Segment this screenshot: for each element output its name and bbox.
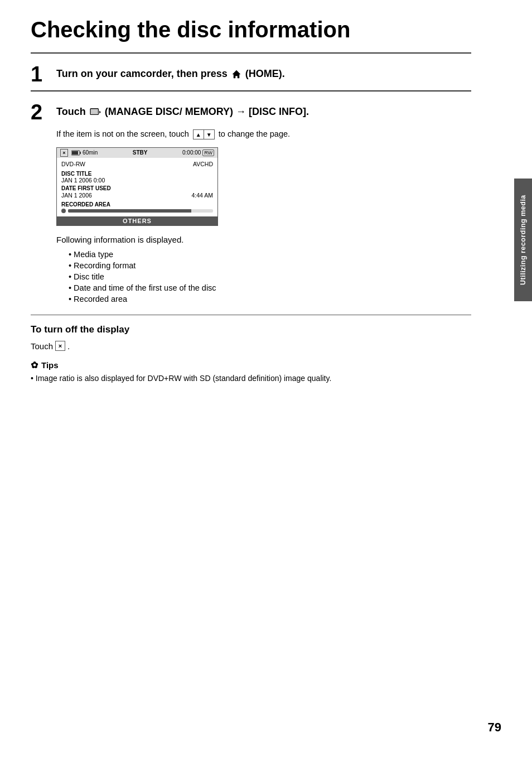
title-divider	[31, 52, 471, 54]
section-divider	[31, 315, 471, 315]
list-item: Disc title	[69, 272, 471, 281]
main-content: Checking the disc information 1 Turn on …	[0, 0, 502, 411]
bar-track	[68, 209, 213, 213]
bar-fill	[68, 209, 191, 213]
list-item: Recorded area	[69, 295, 471, 303]
step1-divider	[31, 90, 471, 91]
disc-screen-header: × 60min STBY 0:00:00 RW	[57, 148, 217, 158]
list-item: Date and time of the first use of the di…	[69, 283, 471, 292]
bar-dot	[61, 209, 66, 213]
tips-bullet-list: Image ratio is also displayed for DVD+RW…	[31, 374, 471, 383]
step-2: 2 Touch (MANAGE DISC/ MEMORY) → [DISC IN…	[31, 102, 471, 123]
step2-note: If the item is not on the screen, touch …	[56, 128, 471, 141]
disc-screen-body: DVD-RW AVCHD DISC TITLE JAN 1 2006 0:00 …	[57, 158, 217, 217]
svg-rect-4	[80, 152, 81, 154]
step-1-text: Turn on your camcorder, then press (HOME…	[56, 64, 285, 81]
date-first-used-row: JAN 1 2006 4:44 AM	[61, 191, 213, 200]
tips-icon: ✿	[31, 360, 38, 370]
page-title: Checking the disc information	[31, 17, 471, 42]
tips-title: ✿ Tips	[31, 360, 471, 370]
step-2-number: 2	[31, 102, 49, 123]
touch-instruction-line: Touch × .	[31, 341, 471, 351]
disc-title-label: DISC TITLE	[61, 171, 213, 177]
step-2-block: 2 Touch (MANAGE DISC/ MEMORY) → [DISC IN…	[31, 102, 471, 303]
disc-info-screen: × 60min STBY 0:00:00 RW	[56, 147, 218, 226]
subsection-title: To turn off the display	[31, 324, 471, 335]
disc-screen-footer: OTHERS	[57, 216, 217, 225]
bullet-list: Media type Recording format Disc title D…	[69, 250, 471, 303]
date-first-used-label: DATE FIRST USED	[61, 185, 213, 191]
page-number: 79	[488, 720, 501, 735]
nav-down-arrow: ▼	[204, 130, 214, 139]
recorded-area-label: RECORDED AREA	[61, 201, 213, 208]
x-box-icon[interactable]: ×	[55, 341, 65, 351]
list-item: Media type	[69, 250, 471, 259]
header-left: × 60min	[60, 149, 98, 157]
step-2-text: Touch (MANAGE DISC/ MEMORY) → [DISC INFO…	[56, 102, 309, 119]
manage-disc-icon	[90, 108, 101, 117]
nav-up-arrow: ▲	[194, 130, 204, 139]
tips-section: ✿ Tips Image ratio is also displayed for…	[31, 360, 471, 383]
battery-svg	[71, 150, 81, 156]
list-item: Recording format	[69, 261, 471, 270]
step-1-number: 1	[31, 64, 49, 85]
following-text: Following information is displayed.	[56, 235, 471, 244]
close-button[interactable]: ×	[60, 149, 68, 157]
battery-icon: 60min	[71, 150, 98, 156]
side-tab: Utilizing recording media	[514, 179, 532, 301]
disc-title-value: JAN 1 2006 0:00	[61, 177, 213, 184]
rw-badge: RW	[202, 150, 214, 156]
svg-rect-5	[72, 151, 78, 155]
step-1: 1 Turn on your camcorder, then press (HO…	[31, 64, 471, 85]
svg-marker-2	[99, 111, 101, 114]
svg-rect-1	[91, 110, 98, 114]
tips-list-item: Image ratio is also displayed for DVD+RW…	[31, 374, 471, 383]
home-icon	[231, 69, 241, 79]
recorded-area-bar	[61, 209, 213, 213]
disc-row-media: DVD-RW AVCHD	[61, 160, 213, 169]
